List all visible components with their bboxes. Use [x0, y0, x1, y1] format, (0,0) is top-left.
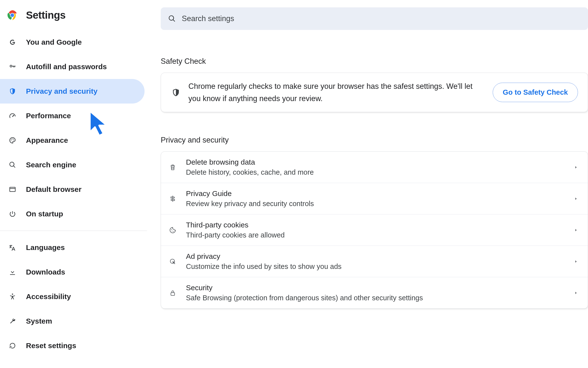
privacy-settings-list: Delete browsing data Delete history, coo… — [161, 151, 588, 309]
shield-icon — [8, 87, 17, 95]
row-security[interactable]: Security Safe Browsing (protection from … — [161, 277, 588, 308]
nav-secondary: Languages Downloads Accessibility System — [0, 235, 147, 358]
safety-check-heading: Safety Check — [161, 57, 588, 66]
sidebar-item-on-startup[interactable]: On startup — [0, 202, 145, 226]
row-subtitle: Safe Browsing (protection from dangerous… — [186, 294, 566, 302]
sidebar-item-performance[interactable]: Performance — [0, 104, 145, 128]
row-privacy-guide[interactable]: Privacy Guide Review key privacy and sec… — [161, 183, 588, 214]
svg-point-10 — [171, 229, 172, 230]
power-icon — [8, 210, 17, 218]
sidebar-item-accessibility[interactable]: Accessibility — [0, 284, 145, 309]
row-title: Third-party cookies — [186, 221, 566, 229]
sidebar-item-privacy-security[interactable]: Privacy and security — [0, 79, 145, 104]
translate-icon — [8, 243, 17, 252]
sidebar-item-label: Performance — [26, 112, 71, 120]
sidebar-item-you-and-google[interactable]: You and Google — [0, 30, 145, 54]
lock-icon — [167, 288, 178, 298]
sidebar-item-label: On startup — [26, 210, 63, 218]
chevron-right-icon — [574, 291, 578, 295]
row-ad-privacy[interactable]: Ad privacy Customize the info used by si… — [161, 246, 588, 277]
sidebar-item-search-engine[interactable]: Search engine — [0, 153, 145, 177]
row-subtitle: Delete history, cookies, cache, and more — [186, 168, 566, 176]
google-g-icon — [8, 38, 17, 46]
sidebar-item-default-browser[interactable]: Default browser — [0, 177, 145, 202]
ad-click-icon — [167, 256, 178, 267]
sidebar-item-label: Reset settings — [26, 342, 76, 350]
wrench-icon — [8, 317, 17, 325]
sidebar-item-label: Accessibility — [26, 292, 71, 301]
sidebar-item-label: Downloads — [26, 268, 65, 276]
svg-point-4 — [12, 139, 12, 139]
chrome-logo-icon — [7, 10, 18, 21]
search-icon — [8, 161, 17, 169]
reset-icon — [8, 342, 17, 350]
safety-check-card: Chrome regularly checks to make sure you… — [161, 73, 588, 112]
row-title: Ad privacy — [186, 252, 566, 261]
svg-point-12 — [173, 231, 174, 232]
sidebar-divider — [0, 231, 147, 231]
sidebar-item-downloads[interactable]: Downloads — [0, 260, 145, 284]
chevron-right-icon — [574, 165, 578, 169]
svg-rect-7 — [10, 187, 15, 192]
accessibility-icon — [8, 292, 17, 301]
svg-point-11 — [172, 231, 172, 231]
sidebar-item-label: You and Google — [26, 38, 82, 46]
sidebar-item-label: Languages — [26, 243, 65, 252]
download-icon — [8, 268, 17, 276]
window-icon — [8, 185, 17, 194]
row-title: Security — [186, 284, 566, 292]
privacy-security-heading: Privacy and security — [161, 136, 588, 145]
sidebar-item-languages[interactable]: Languages — [0, 235, 145, 260]
svg-point-5 — [13, 139, 13, 139]
sidebar-item-label: Appearance — [26, 136, 68, 145]
svg-point-3 — [11, 140, 12, 140]
cookie-icon — [167, 225, 178, 236]
svg-rect-14 — [171, 292, 175, 295]
row-title: Delete browsing data — [186, 158, 566, 166]
sidebar-item-label: Privacy and security — [26, 87, 98, 95]
svg-point-9 — [12, 294, 13, 295]
svg-point-6 — [13, 140, 14, 140]
sidebar-item-label: System — [26, 317, 52, 325]
speedometer-icon — [8, 112, 17, 120]
main-content: Safety Check Chrome regularly checks to … — [147, 0, 588, 368]
row-third-party-cookies[interactable]: Third-party cookies Third-party cookies … — [161, 214, 588, 246]
chevron-right-icon — [574, 197, 578, 201]
row-subtitle: Third-party cookies are allowed — [186, 231, 566, 239]
sidebar-item-label: Default browser — [26, 185, 82, 194]
search-bar[interactable] — [161, 7, 588, 30]
sidebar-item-appearance[interactable]: Appearance — [0, 128, 145, 153]
row-subtitle: Review key privacy and security controls — [186, 200, 566, 208]
sidebar-item-autofill[interactable]: Autofill and passwords — [0, 54, 145, 79]
search-input[interactable] — [182, 14, 581, 23]
sidebar: Settings You and Google Autofill and pas… — [0, 0, 147, 368]
sidebar-item-label: Search engine — [26, 161, 76, 169]
sidebar-item-label: Autofill and passwords — [26, 63, 107, 71]
sidebar-item-reset-settings[interactable]: Reset settings — [0, 333, 145, 358]
chevron-right-icon — [574, 260, 578, 263]
signpost-icon — [167, 193, 178, 204]
go-to-safety-check-button[interactable]: Go to Safety Check — [493, 83, 578, 102]
safety-check-description: Chrome regularly checks to make sure you… — [188, 80, 485, 105]
row-subtitle: Customize the info used by sites to show… — [186, 263, 566, 271]
chevron-right-icon — [574, 228, 578, 232]
palette-icon — [8, 136, 17, 145]
trash-icon — [167, 162, 178, 173]
app-title: Settings — [26, 9, 66, 21]
brand: Settings — [0, 6, 147, 30]
search-icon — [168, 15, 176, 23]
row-delete-browsing-data[interactable]: Delete browsing data Delete history, coo… — [161, 152, 588, 183]
key-icon — [8, 63, 17, 71]
shield-icon — [171, 87, 181, 98]
sidebar-item-system[interactable]: System — [0, 309, 145, 333]
nav-primary: You and Google Autofill and passwords Pr… — [0, 30, 147, 226]
row-title: Privacy Guide — [186, 189, 566, 198]
